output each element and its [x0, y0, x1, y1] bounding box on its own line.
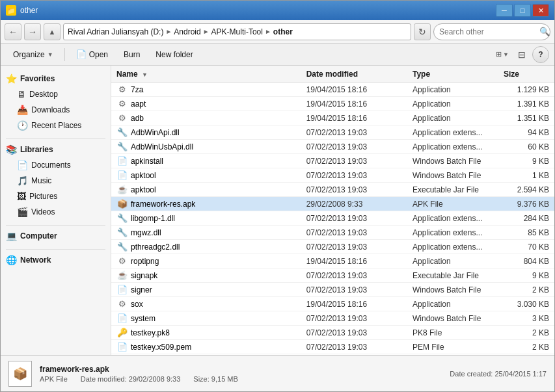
file-name: 🔧pthreadgc2.dll	[116, 241, 306, 253]
file-icon: 🔧	[116, 213, 128, 224]
file-date: 07/02/2013 19:03	[306, 271, 413, 280]
file-name: ⚙7za	[116, 84, 306, 96]
col-header-size[interactable]: Size	[504, 70, 549, 79]
search-box[interactable]: 🔍	[433, 23, 550, 40]
libraries-icon: 📚	[6, 144, 17, 155]
file-type: Windows Batch File	[413, 285, 504, 294]
table-row[interactable]: 📦framework-res.apk 29/02/2008 9:33 APK F…	[111, 197, 554, 211]
table-row[interactable]: 📄system 07/02/2013 19:03 Windows Batch F…	[111, 311, 554, 326]
organize-button[interactable]: Organize ▼	[6, 46, 61, 63]
table-row[interactable]: ⚙sox 19/04/2015 18:16 Application 3.030 …	[111, 297, 554, 311]
file-date: 29/02/2008 9:33	[306, 200, 413, 209]
address-path[interactable]: Rival Adrian Juliansyah (D:) ► Android ►…	[63, 23, 411, 40]
file-date: 07/02/2013 19:03	[306, 242, 413, 252]
minimize-button[interactable]: ─	[496, 4, 513, 17]
table-row[interactable]: 📄apktool 07/02/2013 19:03 Windows Batch …	[111, 168, 554, 183]
sidebar-item-videos[interactable]: 🎬 Videos	[1, 204, 111, 220]
table-row[interactable]: 🔧AdbWinApi.dll 07/02/2013 19:03 Applicat…	[111, 125, 554, 140]
table-row[interactable]: 🔧pthreadgc2.dll 07/02/2013 19:03 Applica…	[111, 240, 554, 254]
col-header-type[interactable]: Type	[413, 70, 504, 79]
sidebar-item-downloads[interactable]: 📥 Downloads	[1, 102, 111, 118]
file-name: 📄testkey.x509.pem	[116, 341, 306, 353]
pictures-icon: 🖼	[17, 191, 26, 202]
libraries-header[interactable]: 📚 Libraries	[1, 142, 111, 157]
table-row[interactable]: 🔧AdbWinUsbApi.dll 07/02/2013 19:03 Appli…	[111, 140, 554, 154]
sidebar-item-pictures[interactable]: 🖼 Pictures	[1, 189, 111, 204]
file-name: 🔧libgomp-1.dll	[116, 213, 306, 224]
table-row[interactable]: 🔧libgomp-1.dll 07/02/2013 19:03 Applicat…	[111, 211, 554, 226]
file-icon: 📄	[116, 341, 128, 353]
status-filename: framework-res.apk	[40, 365, 238, 374]
organize-arrow: ▼	[47, 51, 53, 58]
col-header-name[interactable]: Name ▼	[116, 70, 306, 79]
file-size: 1.391 KB	[504, 99, 549, 109]
sidebar-item-desktop[interactable]: 🖥 Desktop	[1, 86, 111, 102]
preview-pane-button[interactable]: ⊟	[513, 46, 531, 63]
favorites-header[interactable]: ⭐ Favorites	[1, 71, 111, 86]
network-header[interactable]: 🌐 Network	[1, 252, 111, 268]
file-icon: ☕	[116, 270, 128, 281]
search-input[interactable]	[439, 27, 537, 36]
file-name: ☕signapk	[116, 270, 306, 281]
view-options-button[interactable]: ⊞ ▼	[493, 46, 511, 63]
address-bar: ← → ▲ Rival Adrian Juliansyah (D:) ► And…	[1, 20, 554, 44]
sort-arrow: ▼	[142, 72, 148, 78]
file-date: 07/02/2013 19:03	[306, 157, 413, 166]
close-button[interactable]: ✕	[532, 4, 549, 17]
back-button[interactable]: ←	[5, 23, 21, 40]
file-date: 19/04/2015 18:16	[306, 300, 413, 309]
file-size: 70 KB	[504, 242, 549, 252]
sidebar-item-recent[interactable]: 🕐 Recent Places	[1, 118, 111, 133]
file-icon: 📄	[116, 313, 128, 324]
table-row[interactable]: ⚙aapt 19/04/2015 18:16 Application 1.391…	[111, 97, 554, 111]
file-name: 📄apkinstall	[116, 155, 306, 167]
status-bar: 📦 framework-res.apk APK File Date modifi…	[1, 355, 554, 391]
file-icon: 🔧	[116, 141, 128, 153]
file-icon: ⚙	[116, 84, 128, 96]
file-date: 07/02/2013 19:03	[306, 171, 413, 180]
computer-header[interactable]: 💻 Computer	[1, 228, 111, 244]
file-size: 284 KB	[504, 214, 549, 223]
explorer-window: 📁 other ─ □ ✕ ← → ▲ Rival Adrian Julians…	[0, 0, 555, 392]
table-row[interactable]: ⚙adb 19/04/2015 18:16 Application 1.351 …	[111, 111, 554, 125]
downloads-icon: 📥	[17, 105, 28, 115]
new-folder-button[interactable]: New folder	[148, 46, 200, 63]
file-type: PK8 File	[413, 328, 504, 337]
table-row[interactable]: 🔑testkey.pk8 07/02/2013 19:03 PK8 File 2…	[111, 326, 554, 340]
maximize-button[interactable]: □	[514, 4, 531, 17]
file-size: 804 KB	[504, 257, 549, 266]
file-type: Application extens...	[413, 142, 504, 151]
toolbar-divider-1	[64, 48, 65, 61]
table-row[interactable]: 🔧mgwz.dll 07/02/2013 19:03 Application e…	[111, 226, 554, 240]
sidebar-item-music[interactable]: 🎵 Music	[1, 173, 111, 189]
up-button[interactable]: ▲	[44, 23, 61, 40]
path-drive: Rival Adrian Juliansyah (D:)	[68, 27, 163, 36]
file-name: ⚙adb	[116, 112, 306, 124]
file-size: 9.376 KB	[504, 200, 549, 209]
table-row[interactable]: 📄apkinstall 07/02/2013 19:03 Windows Bat…	[111, 154, 554, 168]
forward-button[interactable]: →	[24, 23, 41, 40]
open-button[interactable]: 📄 Open	[69, 46, 115, 63]
file-icon: ⚙	[116, 255, 128, 267]
file-list[interactable]: ⚙7za 19/04/2015 18:16 Application 1.129 …	[111, 83, 554, 355]
network-icon: 🌐	[6, 255, 17, 265]
file-area: Name ▼ Date modified Type Size ⚙7za 19/0	[111, 66, 554, 355]
file-date: 07/02/2013 19:03	[306, 142, 413, 151]
table-row[interactable]: 📄signer 07/02/2013 19:03 Windows Batch F…	[111, 283, 554, 297]
help-button[interactable]: ?	[532, 46, 549, 63]
col-header-date[interactable]: Date modified	[306, 70, 413, 79]
table-row[interactable]: ⚙7za 19/04/2015 18:16 Application 1.129 …	[111, 83, 554, 97]
file-date: 19/04/2015 18:16	[306, 114, 413, 123]
table-row[interactable]: ⚙roptipng 19/04/2015 18:16 Application 8…	[111, 254, 554, 268]
window-icon: 📁	[6, 5, 16, 16]
file-date: 07/02/2013 19:03	[306, 128, 413, 137]
file-date: 07/02/2013 19:03	[306, 343, 413, 352]
table-row[interactable]: ☕signapk 07/02/2013 19:03 Executable Jar…	[111, 268, 554, 283]
burn-button[interactable]: Burn	[116, 46, 147, 63]
table-row[interactable]: ☕apktool 07/02/2013 19:03 Executable Jar…	[111, 183, 554, 197]
sidebar-item-documents[interactable]: 📄 Documents	[1, 157, 111, 173]
refresh-button[interactable]: ↻	[414, 23, 431, 40]
file-size: 85 KB	[504, 228, 549, 237]
file-icon: 📄	[116, 155, 128, 167]
table-row[interactable]: 📄testkey.x509.pem 07/02/2013 19:03 PEM F…	[111, 340, 554, 354]
